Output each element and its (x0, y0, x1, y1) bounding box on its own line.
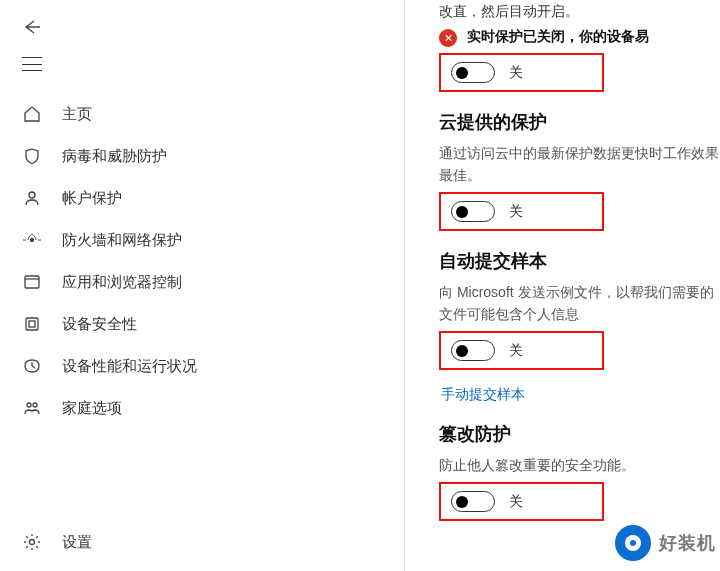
home-icon (22, 104, 42, 124)
realtime-toggle-box: 关 (439, 53, 604, 92)
header-row (0, 11, 404, 57)
nav-item-virus[interactable]: 病毒和威胁防护 (0, 135, 404, 177)
watermark-text: 好装机 (659, 531, 716, 555)
app-browser-icon (22, 272, 42, 292)
nav-item-appbrowser[interactable]: 应用和浏览器控制 (0, 261, 404, 303)
sample-title: 自动提交样本 (439, 249, 720, 273)
nav-item-family[interactable]: 家庭选项 (0, 387, 404, 429)
svg-point-0 (29, 192, 35, 198)
svg-rect-4 (29, 321, 35, 327)
tamper-title: 篡改防护 (439, 422, 720, 446)
svg-rect-3 (26, 318, 38, 330)
settings-label: 设置 (62, 533, 92, 552)
sample-toggle-box: 关 (439, 331, 604, 370)
nav-label: 设备性能和运行状况 (62, 357, 197, 376)
cloud-toggle[interactable] (451, 201, 495, 222)
tamper-toggle-box: 关 (439, 482, 604, 521)
error-icon: ✕ (439, 29, 457, 47)
nav-item-performance[interactable]: 设备性能和运行状况 (0, 345, 404, 387)
svg-rect-2 (25, 276, 39, 288)
back-arrow-icon (22, 19, 42, 35)
nav-label: 设备安全性 (62, 315, 137, 334)
toggle-label: 关 (509, 64, 523, 82)
nav-label: 防火墙和网络保护 (62, 231, 182, 250)
svg-point-5 (27, 403, 31, 407)
nav-item-settings[interactable]: 设置 (0, 524, 404, 560)
gear-icon (22, 532, 42, 552)
nav-label: 病毒和威胁防护 (62, 147, 167, 166)
tamper-section: 篡改防护 防止他人篡改重要的安全功能。 关 (439, 422, 720, 521)
cloud-title: 云提供的保护 (439, 110, 720, 134)
nav-item-home[interactable]: 主页 (0, 93, 404, 135)
toggle-label: 关 (509, 203, 523, 221)
back-button[interactable] (22, 17, 42, 37)
sample-toggle[interactable] (451, 340, 495, 361)
device-security-icon (22, 314, 42, 334)
sample-desc: 向 Microsoft 发送示例文件，以帮我们需要的文件可能包含个人信息 (439, 281, 720, 325)
realtime-toggle[interactable] (451, 62, 495, 83)
firewall-icon (22, 230, 42, 250)
toggle-label: 关 (509, 342, 523, 360)
shield-icon (22, 146, 42, 166)
nav-label: 帐户保护 (62, 189, 122, 208)
cloud-desc: 通过访问云中的最新保护数据更快时工作效果最佳。 (439, 142, 720, 186)
sample-section: 自动提交样本 向 Microsoft 发送示例文件，以帮我们需要的文件可能包含个… (439, 249, 720, 404)
nav-label: 家庭选项 (62, 399, 122, 418)
nav-item-firewall[interactable]: 防火墙和网络保护 (0, 219, 404, 261)
cloud-toggle-box: 关 (439, 192, 604, 231)
cloud-section: 云提供的保护 通过访问云中的最新保护数据更快时工作效果最佳。 关 (439, 110, 720, 231)
watermark: 好装机 (611, 521, 716, 565)
toggle-label: 关 (509, 493, 523, 511)
account-icon (22, 188, 42, 208)
sidebar: 主页 病毒和威胁防护 帐户保护 防火墙和网络保护 应用和浏览器控制 设备安全性 … (0, 0, 404, 571)
performance-icon (22, 356, 42, 376)
nav-list: 主页 病毒和威胁防护 帐户保护 防火墙和网络保护 应用和浏览器控制 设备安全性 … (0, 93, 404, 524)
realtime-warning: ✕ 实时保护已关闭，你的设备易 (439, 28, 720, 47)
svg-point-6 (33, 403, 37, 407)
tamper-toggle[interactable] (451, 491, 495, 512)
svg-point-1 (31, 239, 34, 242)
svg-point-7 (30, 540, 35, 545)
partial-top-text: 改直，然后目动开启。 (439, 0, 720, 22)
manual-submit-link[interactable]: 手动提交样本 (441, 386, 525, 404)
menu-row (0, 57, 404, 93)
main-panel: 改直，然后目动开启。 ✕ 实时保护已关闭，你的设备易 关 云提供的保护 通过访问… (405, 0, 720, 571)
family-icon (22, 398, 42, 418)
watermark-logo-icon (611, 521, 655, 565)
nav-label: 应用和浏览器控制 (62, 273, 182, 292)
nav-item-account[interactable]: 帐户保护 (0, 177, 404, 219)
nav-item-devicesec[interactable]: 设备安全性 (0, 303, 404, 345)
tamper-desc: 防止他人篡改重要的安全功能。 (439, 454, 720, 476)
hamburger-button[interactable] (22, 57, 42, 71)
warning-text: 实时保护已关闭，你的设备易 (467, 28, 649, 46)
nav-label: 主页 (62, 105, 92, 124)
